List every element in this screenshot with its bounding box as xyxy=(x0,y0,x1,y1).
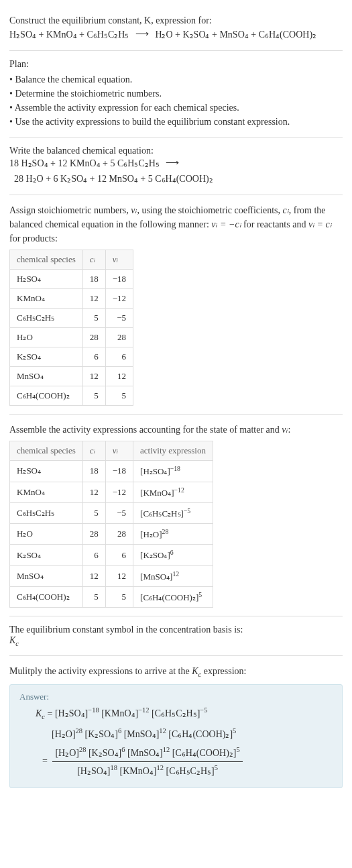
table-row: H₂SO₄18−18[H₂SO₄]−18 xyxy=(10,461,213,482)
table-row: MnSO₄1212[MnSO₄]12 xyxy=(10,565,213,586)
term: [H₂O]28 xyxy=(52,729,82,739)
kc-k: K xyxy=(192,666,198,676)
table-header-row: chemical species cᵢ νᵢ xyxy=(10,250,133,270)
kc-k: K xyxy=(36,708,42,718)
plan-list: Balance the chemical equation. Determine… xyxy=(9,72,343,129)
table-row: H₂O2828 xyxy=(10,328,133,347)
stoich-table: chemical species cᵢ νᵢ H₂SO₄18−18KMnO₄12… xyxy=(9,250,133,406)
divider xyxy=(9,655,343,656)
fraction: [H₂O]28 [K₂SO₄]6 [MnSO₄]12 [C₆H₄(COOH)₂]… xyxy=(52,744,242,779)
cell-nu: −5 xyxy=(105,502,133,523)
table-row: H₂O2828[H₂O]28 xyxy=(10,524,213,545)
cell-ci: 6 xyxy=(82,545,105,565)
cell-ci: 5 xyxy=(82,309,105,328)
cell-nu: 6 xyxy=(105,545,133,565)
table-header-row: chemical species cᵢ νᵢ activity expressi… xyxy=(10,441,213,461)
col-ci: cᵢ xyxy=(82,441,105,461)
cell-activity: [K₂SO₄]6 xyxy=(133,545,213,565)
col-species: chemical species xyxy=(10,250,83,270)
cell-ci: 12 xyxy=(82,482,105,502)
cell-nu: 5 xyxy=(105,386,133,406)
kc-symbol: Kc xyxy=(36,708,45,718)
nu-header: νᵢ xyxy=(113,254,118,264)
cell-nu: 28 xyxy=(105,328,133,347)
t: Assign stoichiometric numbers, xyxy=(9,205,131,215)
plan-item: Balance the chemical equation. xyxy=(9,72,343,87)
answer-box: Answer: Kc = [H₂SO₄]−18 [KMnO₄]−12 [C₆H₅… xyxy=(9,684,343,788)
cell-activity: [H₂SO₄]−18 xyxy=(133,461,213,482)
nu-header: νᵢ xyxy=(113,445,118,455)
divider xyxy=(9,50,343,51)
cell-species: K₂SO₄ xyxy=(10,545,83,565)
balanced-section: Write the balanced chemical equation: 18… xyxy=(9,140,343,192)
arrow-icon: ⟶ xyxy=(131,27,153,42)
term: [H₂O]28 xyxy=(55,748,86,758)
divider xyxy=(9,137,343,138)
divider xyxy=(9,195,343,195)
kc-expression-fraction: = [H₂O]28 [K₂SO₄]6 [MnSO₄]12 [C₆H₄(COOH)… xyxy=(42,744,333,779)
cell-species: C₆H₄(COOH)₂ xyxy=(10,587,83,608)
balanced-heading: Write the balanced chemical equation: xyxy=(9,146,343,156)
plan-section: Plan: Balance the chemical equation. Det… xyxy=(9,54,343,134)
cell-nu: 12 xyxy=(105,565,133,586)
term: [KMnO₄]−12 xyxy=(101,708,149,718)
term: [C₆H₅C₂H₅]−5 xyxy=(152,708,207,718)
symbol-section: The equilibrium constant symbol in the c… xyxy=(9,619,343,653)
table-row: MnSO₄1212 xyxy=(10,367,133,386)
stoich-section: Assign stoichiometric numbers, νᵢ, using… xyxy=(9,198,343,411)
intro-equation: H₂SO₄ + KMnO₄ + C₆H₅C₂H₅ ⟶ H₂O + K₂SO₄ +… xyxy=(9,28,343,42)
cell-species: H₂SO₄ xyxy=(10,270,83,289)
table-row: KMnO₄12−12 xyxy=(10,289,133,309)
cell-nu: −5 xyxy=(105,309,133,328)
intro-line1: Construct the equilibrium constant, K, e… xyxy=(9,13,343,28)
cell-nu: 12 xyxy=(105,367,133,386)
term: [K₂SO₄]6 xyxy=(85,729,122,739)
cell-activity: [H₂O]28 xyxy=(133,524,213,545)
term: [C₆H₄(COOH)₂]5 xyxy=(172,748,240,758)
equation-right: H₂O + K₂SO₄ + MnSO₄ + C₆H₄(COOH)₂ xyxy=(155,30,316,40)
col-nu: νᵢ xyxy=(105,250,133,270)
kc-k: K xyxy=(9,635,15,645)
fraction-denominator: [H₂SO₄]18 [KMnO₄]12 [C₆H₅C₂H₅]5 xyxy=(52,762,242,779)
cell-ci: 6 xyxy=(82,347,105,367)
col-nu: νᵢ xyxy=(105,441,133,461)
table-row: H₂SO₄18−18 xyxy=(10,270,133,289)
multiply-section: Mulitply the activity expressions to arr… xyxy=(9,659,343,793)
cell-nu: 28 xyxy=(105,524,133,545)
ci-symbol: cᵢ xyxy=(283,205,289,215)
col-species: chemical species xyxy=(10,441,83,461)
arrow-icon: ⟶ xyxy=(162,156,183,170)
cell-nu: −12 xyxy=(105,482,133,502)
term: [MnSO₄]12 xyxy=(124,729,166,739)
cell-species: MnSO₄ xyxy=(10,367,83,386)
stoich-intro: Assign stoichiometric numbers, νᵢ, using… xyxy=(9,203,343,246)
cell-ci: 28 xyxy=(82,328,105,347)
table-row: KMnO₄12−12[KMnO₄]−12 xyxy=(10,482,213,502)
kc-expression-line2: [H₂O]28 [K₂SO₄]6 [MnSO₄]12 [C₆H₄(COOH)₂]… xyxy=(52,725,333,743)
ci-header: cᵢ xyxy=(90,254,95,264)
cell-ci: 18 xyxy=(82,270,105,289)
equation-left: H₂SO₄ + KMnO₄ + C₆H₅C₂H₅ xyxy=(9,30,129,40)
answer-label: Answer: xyxy=(19,692,333,702)
cell-species: C₆H₅C₂H₅ xyxy=(10,502,83,523)
cell-species: H₂SO₄ xyxy=(10,461,83,482)
activity-section: Assemble the activity expressions accoun… xyxy=(9,417,343,613)
col-activity: activity expression xyxy=(133,441,213,461)
balanced-line2: 28 H₂O + 6 K₂SO₄ + 12 MnSO₄ + 5 C₆H₄(COO… xyxy=(14,174,213,184)
divider xyxy=(9,414,343,415)
plan-item: Assemble the activity expression for eac… xyxy=(9,101,343,115)
kc-sub: c xyxy=(42,713,45,720)
cell-nu: −18 xyxy=(105,270,133,289)
cell-species: C₆H₄(COOH)₂ xyxy=(10,386,83,406)
term: [H₂SO₄]−18 xyxy=(55,708,99,718)
cell-nu: −12 xyxy=(105,289,133,309)
cell-species: H₂O xyxy=(10,328,83,347)
symbol-text: The equilibrium constant symbol in the c… xyxy=(9,625,343,635)
cell-ci: 5 xyxy=(82,386,105,406)
plan-heading: Plan: xyxy=(9,59,343,70)
kc-sub: c xyxy=(15,640,19,647)
cell-species: MnSO₄ xyxy=(10,565,83,586)
balanced-eq: 18 H₂SO₄ + 12 KMnO₄ + 5 C₆H₅C₂H₅ ⟶ 28 H₂… xyxy=(9,156,343,186)
divider xyxy=(9,616,343,616)
cell-species: KMnO₄ xyxy=(10,482,83,502)
